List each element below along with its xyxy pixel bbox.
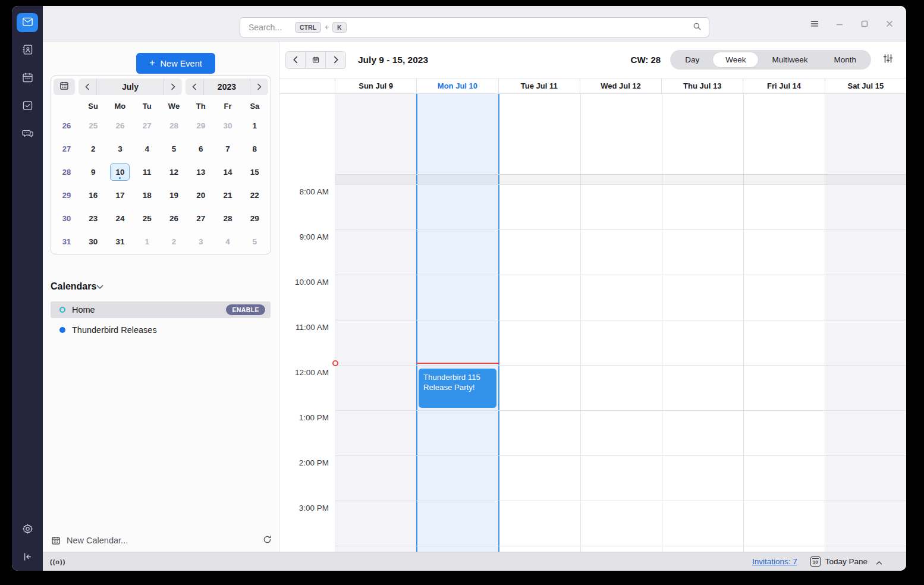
- mini-calendar-day[interactable]: 20: [191, 187, 210, 204]
- chevron-down-icon[interactable]: [96, 281, 103, 292]
- go-to-today-button[interactable]: [306, 51, 326, 69]
- day-header-sat-jul-15[interactable]: Sat Jul 15: [825, 78, 906, 93]
- mini-calendar-day[interactable]: 22: [245, 187, 265, 204]
- sync-calendars-button[interactable]: [263, 535, 272, 546]
- mini-calendar-day-cell: 2: [161, 230, 187, 253]
- settings-button[interactable]: [17, 520, 38, 539]
- view-tab-week[interactable]: Week: [712, 52, 759, 68]
- mini-calendar-day[interactable]: 18: [137, 187, 157, 204]
- calendar-event[interactable]: Thunderbird 115 Release Party!: [419, 369, 496, 408]
- tasks-button[interactable]: [17, 97, 38, 116]
- mini-calendar-day[interactable]: 26: [110, 117, 130, 134]
- next-month-button[interactable]: [164, 78, 182, 95]
- mini-calendar-day[interactable]: 30: [218, 117, 238, 134]
- day-header-fri-jul-14[interactable]: Fri Jul 14: [743, 78, 824, 93]
- mini-calendar-day[interactable]: 4: [137, 140, 157, 158]
- week-number: 27: [62, 144, 71, 153]
- mini-calendar-day[interactable]: 8: [245, 140, 265, 158]
- mini-calendar-today-button[interactable]: [54, 78, 75, 95]
- day-column-fri-jul-14[interactable]: [743, 94, 825, 552]
- day-column-mon-jul-10[interactable]: Thunderbird 115 Release Party!: [416, 94, 499, 552]
- calendar-tab-button[interactable]: [17, 69, 38, 88]
- collapse-sidebar-button[interactable]: [17, 548, 38, 567]
- day-header-tue-jul-11[interactable]: Tue Jul 11: [498, 78, 580, 93]
- mini-calendar-day[interactable]: 3: [191, 233, 210, 250]
- mini-calendar-day[interactable]: 7: [218, 140, 238, 158]
- day-header-mon-jul-10[interactable]: Mon Jul 10: [416, 78, 498, 93]
- mini-calendar-day[interactable]: 9: [83, 163, 103, 181]
- day-header-sun-jul-9[interactable]: Sun Jul 9: [335, 78, 416, 93]
- mini-calendar-day[interactable]: 4: [218, 233, 238, 250]
- enable-badge[interactable]: ENABLE: [226, 304, 265, 315]
- app-menu-button[interactable]: [810, 19, 819, 29]
- chat-button[interactable]: [17, 125, 38, 144]
- close-button[interactable]: [885, 19, 894, 29]
- mini-calendar-day[interactable]: 25: [137, 210, 157, 227]
- prev-month-button[interactable]: [78, 78, 96, 95]
- mail-tab-button[interactable]: [17, 13, 38, 32]
- mini-calendar-day[interactable]: 14: [218, 163, 238, 181]
- mini-calendar-day[interactable]: 17: [110, 187, 130, 204]
- mini-calendar-day[interactable]: 11: [137, 163, 157, 181]
- mini-calendar-day[interactable]: 31: [110, 233, 130, 250]
- mini-calendar-day-cell: 15: [241, 161, 268, 184]
- mini-calendar-day[interactable]: 29: [191, 117, 210, 134]
- mini-calendar-day[interactable]: 21: [218, 187, 238, 204]
- mini-calendar-selected-day[interactable]: 10: [110, 163, 130, 181]
- maximize-button[interactable]: [860, 19, 869, 29]
- broadcast-icon: ((o)): [50, 558, 65, 565]
- mini-calendar-day[interactable]: 26: [164, 210, 184, 227]
- invitations-link[interactable]: Invitations: 7: [752, 557, 797, 566]
- mini-calendar-day[interactable]: 5: [164, 140, 184, 158]
- view-tab-month[interactable]: Month: [821, 52, 869, 68]
- mini-calendar-day-cell: 18: [134, 184, 161, 207]
- mini-calendar-day[interactable]: 15: [245, 163, 265, 181]
- mini-calendar-day[interactable]: 12: [164, 163, 184, 181]
- view-options-button[interactable]: [883, 54, 893, 66]
- next-week-button[interactable]: [326, 51, 346, 69]
- day-column-sun-jul-9[interactable]: [335, 94, 416, 552]
- time-label: 10:00 AM: [295, 278, 329, 287]
- mini-calendar-day[interactable]: 19: [164, 187, 184, 204]
- mini-calendar-day[interactable]: 16: [83, 187, 103, 204]
- mini-calendar-day[interactable]: 1: [137, 233, 157, 250]
- mini-calendar-day[interactable]: 3: [110, 140, 130, 158]
- day-header-wed-jul-12[interactable]: Wed Jul 12: [580, 78, 661, 93]
- mini-calendar-day[interactable]: 1: [245, 117, 265, 134]
- mini-calendar-day-cell: 10: [106, 161, 133, 184]
- address-book-button[interactable]: [17, 41, 38, 60]
- mini-calendar-day[interactable]: 24: [110, 210, 130, 227]
- calendar-list-item[interactable]: Thunderbird Releases: [51, 322, 271, 338]
- new-event-button[interactable]: + New Event: [136, 53, 215, 74]
- mini-calendar-day[interactable]: 13: [191, 163, 210, 181]
- today-pane-toggle[interactable]: [876, 556, 882, 567]
- day-column-tue-jul-11[interactable]: [499, 94, 580, 552]
- next-year-button[interactable]: [250, 78, 268, 95]
- mini-calendar-day[interactable]: 25: [83, 117, 103, 134]
- view-tab-day[interactable]: Day: [672, 52, 712, 68]
- previous-week-button[interactable]: [285, 51, 306, 69]
- minimize-button[interactable]: [835, 19, 844, 29]
- week-number-cell: 29: [54, 184, 80, 207]
- day-header-thu-jul-13[interactable]: Thu Jul 13: [661, 78, 743, 93]
- mini-calendar-day[interactable]: 30: [83, 233, 103, 250]
- day-column-sat-jul-15[interactable]: [825, 94, 906, 552]
- day-column-wed-jul-12[interactable]: [580, 94, 662, 552]
- mini-calendar-day[interactable]: 2: [164, 233, 184, 250]
- mini-calendar-day[interactable]: 28: [218, 210, 238, 227]
- mini-calendar-day[interactable]: 29: [245, 210, 265, 227]
- mini-calendar-day[interactable]: 27: [191, 210, 210, 227]
- mini-calendar-day[interactable]: 23: [83, 210, 103, 227]
- calendar-list-item[interactable]: HomeENABLE: [51, 301, 271, 318]
- mini-calendar-day[interactable]: 6: [191, 140, 210, 158]
- prev-year-button[interactable]: [186, 78, 203, 95]
- day-column-thu-jul-13[interactable]: [662, 94, 743, 552]
- new-calendar-row[interactable]: New Calendar...: [51, 531, 272, 549]
- view-tab-multiweek[interactable]: Multiweek: [759, 52, 821, 68]
- mini-calendar-day[interactable]: 5: [245, 233, 265, 250]
- week-number-cell: 26: [54, 114, 80, 137]
- global-search-input[interactable]: Search... CTRL + K: [240, 17, 709, 37]
- mini-calendar-day[interactable]: 2: [83, 140, 103, 158]
- mini-calendar-day[interactable]: 28: [164, 117, 184, 134]
- mini-calendar-day[interactable]: 27: [137, 117, 157, 134]
